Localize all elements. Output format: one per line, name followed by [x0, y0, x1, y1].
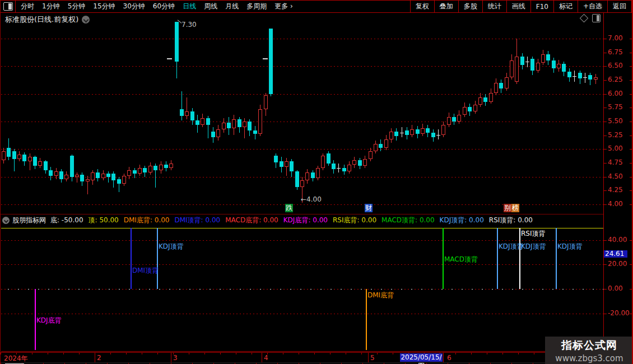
candle	[583, 77, 587, 78]
candle	[248, 122, 252, 130]
candle	[541, 54, 545, 63]
chevron-down-icon[interactable]	[82, 16, 90, 24]
candle	[54, 171, 58, 176]
signal-label-KDJ顶背: KDJ顶背	[521, 242, 546, 251]
candle	[96, 172, 100, 178]
candle	[457, 115, 461, 122]
candle-wick	[438, 129, 439, 139]
axis-tick	[604, 190, 607, 191]
axis-tick	[604, 94, 607, 95]
candle	[180, 109, 184, 116]
tab-周线[interactable]: 周线	[200, 1, 221, 12]
tab-15分钟[interactable]: 15分钟	[89, 1, 119, 12]
candle	[369, 151, 373, 159]
price-axis-label: 5.75	[608, 103, 623, 111]
axis-tick	[604, 204, 607, 205]
candle	[227, 123, 231, 128]
candle	[17, 155, 21, 159]
price-axis-label: 4.25	[608, 186, 623, 194]
candle	[295, 171, 299, 187]
candle	[463, 107, 467, 115]
candle	[138, 168, 142, 174]
tab-1分钟[interactable]: 1分钟	[38, 1, 64, 12]
date-label-4: 4	[264, 354, 268, 362]
price-axis-label: 6.50	[608, 62, 623, 69]
candle	[400, 133, 404, 133]
axis-tick	[630, 177, 632, 178]
axis-tick	[604, 39, 607, 39]
indicator-panel[interactable]: KDJ底背DMI顶背KDJ顶背DMI底背MACD顶背KDJ顶背RSI顶背KDJ顶…	[1, 226, 603, 352]
candle	[578, 73, 582, 78]
price-axis-label: 4.75	[608, 158, 623, 166]
axis-tick	[604, 264, 607, 265]
price-annotation: ←4.00	[301, 195, 322, 203]
candlestick-chart[interactable]: 7.30←4.00跌财别榜	[1, 13, 603, 214]
action-toolbar: 复权叠加多股统计画线F10标记+自选返回	[410, 1, 632, 12]
panel-layout-icon[interactable]	[592, 14, 601, 22]
candle	[148, 166, 152, 172]
candle	[416, 129, 420, 134]
tab-更多 ›[interactable]: 更多 ›	[271, 1, 297, 12]
candle	[505, 77, 509, 88]
toolbar-button-F10[interactable]: F10	[530, 1, 553, 12]
candle	[363, 159, 367, 166]
price-gridline	[1, 94, 603, 95]
tab-分时[interactable]: 分时	[17, 1, 38, 12]
candle	[7, 148, 11, 157]
tab-30分钟[interactable]: 30分钟	[119, 1, 149, 12]
candle	[300, 180, 304, 187]
axis-tick	[630, 136, 632, 136]
candle	[557, 64, 561, 68]
date-axis[interactable]: 2025/05/15/四 2024年23456	[1, 352, 632, 363]
tab-日线[interactable]: 日线	[179, 1, 200, 12]
period-tabs: 分时1分钟5分钟15分钟30分钟60分钟日线周线月线多周期更多 ›	[1, 1, 297, 12]
indicator-axis-label: -20.00	[608, 309, 630, 317]
toolbar-button-标记[interactable]: 标记	[553, 1, 578, 12]
diamond-icon[interactable]	[580, 14, 589, 23]
candle	[405, 130, 409, 135]
candle	[190, 111, 194, 120]
candle	[122, 176, 126, 184]
toolbar-button-+自选[interactable]: +自选	[578, 1, 607, 12]
candle	[478, 97, 482, 105]
candle	[510, 60, 514, 77]
candle	[44, 161, 48, 170]
tab-5分钟[interactable]: 5分钟	[64, 1, 90, 12]
date-divider	[443, 353, 444, 362]
price-gridline	[1, 122, 603, 122]
selected-date-badge[interactable]: 2025/05/15/四	[400, 353, 443, 362]
candle	[379, 144, 383, 148]
tab-多周期[interactable]: 多周期	[243, 1, 271, 12]
tab-月线[interactable]: 月线	[221, 1, 243, 12]
toolbar-button-返回[interactable]: 返回	[607, 1, 632, 12]
signal-label-KDJ底背: KDJ底背	[36, 316, 62, 325]
candle	[536, 63, 540, 71]
candle-wick	[30, 153, 30, 170]
candle	[410, 129, 414, 135]
axis-tick	[630, 240, 632, 241]
price-axis-label: 4.00	[608, 200, 623, 208]
axis-tick	[630, 53, 632, 53]
candle	[143, 168, 147, 172]
candle	[290, 161, 294, 171]
watermark-url[interactable]: www.zbgs3.com	[555, 353, 623, 363]
candle	[33, 157, 37, 166]
toolbar-button-多股[interactable]: 多股	[458, 1, 482, 12]
candle	[101, 174, 105, 178]
candle	[280, 161, 283, 167]
candle	[316, 168, 320, 178]
split-window-icon[interactable]	[3, 2, 13, 11]
candle	[562, 64, 566, 72]
signal-line-DMI顶背	[131, 228, 132, 289]
candle	[394, 132, 398, 136]
candle	[91, 172, 95, 180]
toolbar-button-统计[interactable]: 统计	[482, 1, 506, 12]
candle	[232, 119, 236, 128]
toolbar-button-复权[interactable]: 复权	[410, 1, 434, 12]
toolbar-button-叠加[interactable]: 叠加	[434, 1, 458, 12]
chevron-down-icon[interactable]	[2, 217, 10, 224]
toolbar-button-画线[interactable]: 画线	[506, 1, 530, 12]
tab-60分钟[interactable]: 60分钟	[149, 1, 179, 12]
candle	[12, 151, 16, 159]
candle	[447, 117, 451, 125]
